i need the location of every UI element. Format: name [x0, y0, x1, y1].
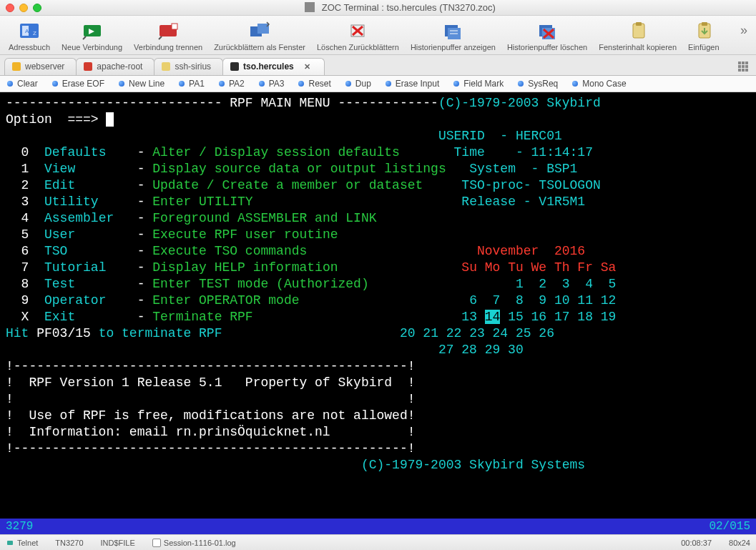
- bullet-icon: [453, 81, 459, 87]
- cursor-position: 02/015: [709, 519, 750, 535]
- svg-rect-35: [738, 69, 741, 72]
- info-userid-value: HERC01: [508, 129, 562, 143]
- menu-row[interactable]: 4 Assembler - Foreground ASSEMBLER and L…: [6, 210, 750, 227]
- fn-clear[interactable]: Clear: [7, 79, 38, 89]
- svg-text:A: A: [25, 28, 29, 34]
- status-protocol: TN3270: [55, 539, 83, 547]
- tab-ssh-sirius[interactable]: ssh-sirius: [154, 58, 223, 75]
- menu-row[interactable]: 1 View - Display source data or output l…: [6, 161, 750, 177]
- bullet-icon: [518, 81, 524, 87]
- close-tab-button[interactable]: ✕: [303, 62, 313, 72]
- minimize-window-button[interactable]: [19, 4, 28, 12]
- toolbar-clear-scrollback[interactable]: Löschen Zurückblättern: [313, 19, 403, 53]
- fn-mono-case[interactable]: Mono Case: [572, 79, 626, 89]
- toolbar-copy-window[interactable]: Fensterinhalt kopieren: [594, 19, 681, 53]
- clipboard-copy-icon: [624, 20, 652, 41]
- toolbar-show-history[interactable]: Historienpuffer anzeigen: [406, 19, 500, 53]
- terminal-type: 3279: [6, 519, 33, 535]
- tab-tso-hercules[interactable]: tso.hercules ✕: [222, 58, 325, 75]
- fn-erase-input[interactable]: Erase Input: [386, 79, 439, 89]
- bullet-icon: [298, 81, 304, 87]
- status-clock: 00:08:37: [681, 539, 712, 547]
- svg-rect-24: [702, 22, 707, 26]
- log-checkbox[interactable]: [152, 539, 161, 547]
- calendar-dow: Su Mo Tu We Th Fr Sa: [461, 260, 616, 275]
- menu-row[interactable]: 2 Edit - Update / Create a member or dat…: [6, 177, 750, 194]
- toolbar-overflow-button[interactable]: »: [736, 19, 752, 38]
- copyright-footer: (C)-1979-2003 Skybird Systems: [361, 458, 585, 472]
- svg-rect-9: [257, 24, 269, 34]
- close-window-button[interactable]: [6, 4, 14, 12]
- menu-6: TSO: [44, 244, 114, 258]
- status-logging[interactable]: Session-1116-01.log: [152, 539, 236, 547]
- terminal-tab-icon: [84, 62, 92, 71]
- fn-reset[interactable]: Reset: [298, 79, 330, 89]
- scrollback-window-icon: [246, 20, 273, 41]
- window-titlebar: ZOC Terminal : tso.hercules (TN3270.zoc): [0, 0, 756, 16]
- toolbar-new-connection[interactable]: Neue Verbindung: [57, 19, 127, 53]
- menu-row[interactable]: 6 TSO - Execute TSO commands November 20…: [6, 243, 750, 260]
- terminal-tab-icon: [230, 62, 239, 71]
- window-title: ZOC Terminal : tso.hercules (TN3270.zoc): [322, 2, 496, 13]
- menu-row[interactable]: 7 Tutorial - Display HELP information Su…: [6, 260, 750, 276]
- show-history-icon: [439, 20, 466, 41]
- bullet-icon: [219, 81, 225, 87]
- tab-apache-root[interactable]: apache-root: [76, 58, 154, 75]
- menu-4: Assembler: [44, 211, 114, 225]
- toolbar-clear-history[interactable]: Historienpuffer löschen: [503, 19, 591, 53]
- svg-rect-31: [745, 62, 748, 64]
- menu-2: Edit: [44, 178, 114, 192]
- fn-field-mark[interactable]: Field Mark: [453, 79, 504, 89]
- fn-sysreq[interactable]: SysReq: [518, 79, 558, 89]
- fn-erase-eof[interactable]: Erase EOF: [52, 79, 104, 89]
- bullet-icon: [52, 81, 58, 87]
- status-indfile: IND$FILE: [101, 539, 135, 547]
- status-screen-size: 80x24: [729, 539, 750, 547]
- toolbar-paste[interactable]: Einfügen: [684, 19, 723, 53]
- menu-7: Tutorial: [44, 260, 114, 275]
- bullet-icon: [345, 81, 351, 87]
- fn-new-line[interactable]: New Line: [119, 79, 165, 89]
- svg-rect-36: [742, 69, 745, 72]
- bullet-icon: [259, 81, 265, 87]
- fn-pa2[interactable]: PA2: [219, 79, 245, 89]
- terminal-status-bar: 3279 02/015: [0, 519, 756, 534]
- info-userid-label: USERID -: [438, 129, 508, 143]
- menu-row[interactable]: 3 Utility - Enter UTILITY Release - V1R5…: [6, 194, 750, 210]
- cursor[interactable]: [106, 112, 114, 127]
- fn-pa3[interactable]: PA3: [259, 79, 285, 89]
- terminal-screen[interactable]: ---------------------------- RPF MAIN ME…: [0, 92, 756, 534]
- menu-9: Operator: [44, 293, 114, 308]
- svg-rect-22: [636, 22, 642, 26]
- tab-webserver[interactable]: webserver: [4, 58, 77, 75]
- svg-rect-34: [745, 65, 748, 68]
- toolbar-addressbook[interactable]: AZ Adressbuch: [4, 19, 54, 53]
- fn-dup[interactable]: Dup: [345, 79, 371, 89]
- bullet-icon: [572, 81, 578, 87]
- svg-rect-32: [738, 65, 741, 68]
- plug-icon: [6, 539, 14, 547]
- toolbar-scrollback-window[interactable]: Zurückblättern als Fenster: [210, 19, 310, 53]
- new-connection-icon: [79, 20, 106, 41]
- svg-rect-30: [742, 62, 745, 64]
- menu-X: Exit: [44, 310, 114, 324]
- disconnect-icon: [154, 20, 182, 41]
- zoom-window-button[interactable]: [33, 4, 41, 12]
- svg-rect-38: [7, 541, 13, 545]
- main-toolbar: AZ Adressbuch Neue Verbindung Verbindung…: [0, 16, 756, 55]
- menu-row[interactable]: X Exit - Terminate RPF 13 14 15 16 17 18…: [6, 309, 750, 325]
- tab-grid-button[interactable]: [737, 61, 749, 72]
- menu-row[interactable]: 0 Defaults - Alter / Display session def…: [6, 144, 750, 161]
- menu-0: Defaults: [44, 145, 114, 159]
- terminal-tab-icon: [12, 62, 21, 71]
- menu-row[interactable]: 5 User - Execute RPF user routine: [6, 227, 750, 243]
- menu-row[interactable]: 8 Test - Enter TEST mode (Authorized) 1 …: [6, 276, 750, 293]
- toolbar-disconnect[interactable]: Verbindung trennen: [129, 19, 207, 53]
- status-bar: Telnet TN3270 IND$FILE Session-1116-01.l…: [0, 534, 756, 550]
- fn-pa1[interactable]: PA1: [179, 79, 205, 89]
- svg-rect-28: [230, 62, 239, 71]
- addressbook-icon: AZ: [16, 20, 43, 41]
- connection-tabs: webserver apache-root ssh-sirius tso.her…: [0, 55, 756, 76]
- menu-row[interactable]: 9 Operator - Enter OPERATOR mode 6 7 8 9…: [6, 293, 750, 309]
- menu-3: Utility: [44, 195, 114, 209]
